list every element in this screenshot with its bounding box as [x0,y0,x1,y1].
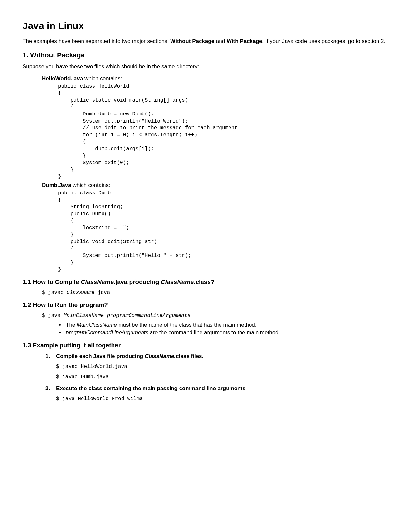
step1-it: ClassName. [145,353,176,359]
section-1-1-heading: 1.1 How to Compile ClassName.java produc… [23,278,388,286]
intro-paragraph: The examples have been separated into tw… [23,38,388,45]
code-block-helloworld: public class HelloWorld { public static … [58,83,388,181]
run-cmd-pre: $ java [42,313,64,319]
h11-mid: .java producing [114,279,161,285]
intro-bold-2: With Package [227,38,262,44]
step1-post: class files. [176,353,203,359]
run-notes-list: The MainClassName must be the name of th… [23,321,388,337]
file-2-name: Dumb.Java [42,182,71,188]
compile-cmd-it: ClassName [67,290,94,296]
file-2-label: Dumb.Java which contains: [42,182,388,189]
file-1-name: HelloWorld.java [42,75,83,82]
note1-post: must be the name of the class that has t… [117,322,257,328]
h11-pre: 1.1 How to Compile [23,279,81,285]
step1-cmd-2: $ javac Dumb.java [56,374,388,381]
step1-pre: Compile each Java file producing [56,353,145,359]
intro-text-pre: The examples have been separated into tw… [23,38,170,44]
compile-cmd-pre: $ javac [42,290,67,296]
example-steps: Compile each Java file producing ClassNa… [23,353,388,403]
run-note-1: The MainClassName must be the name of th… [64,321,388,329]
example-step-1: Compile each Java file producing ClassNa… [52,353,388,380]
note2-post: are the command line arguments to the ma… [148,330,280,336]
intro-bold-1: Without Package [170,38,214,44]
note1-it: MainClassName [77,322,117,328]
example-step-2: Execute the class containing the main pa… [52,385,388,403]
run-command: $ java MainClassName programCommandLineA… [42,312,388,320]
intro-text-post: . If your Java code uses packages, go to… [262,38,385,44]
h11-it1: ClassName [81,279,114,285]
section-1-3-heading: 1.3 Example putting it all together [23,341,388,350]
file-1-suffix: which contains: [83,75,122,82]
section-1-2-heading: 1.2 How to Run the program? [23,301,388,309]
run-note-2: programCommandLineArguments are the comm… [64,329,388,337]
step1-cmd-1: $ javac HelloWorld.java [56,363,388,370]
h11-post: class? [195,279,214,285]
note2-it: programCommandLineArguments [66,330,148,336]
note1-pre: The [66,322,77,328]
intro-text-mid: and [214,38,227,44]
file-2-suffix: which contains: [71,182,110,188]
compile-command: $ javac ClassName.java [42,290,388,297]
file-1-label: HelloWorld.java which contains: [42,75,388,83]
step2-text: Execute the class containing the main pa… [56,385,246,391]
step2-cmd: $ java HelloWorld Fred Wilma [56,396,388,403]
run-cmd-it: MainClassName programCommandLineArgument… [64,313,191,319]
code-block-dumb: public class Dumb { String locString; pu… [58,190,388,273]
h11-it2: ClassName. [161,279,196,285]
section-1-intro: Suppose you have these two files which s… [23,63,388,71]
compile-cmd-post: .java [94,290,110,296]
section-1-heading: 1. Without Package [23,51,388,60]
page-title: Java in Linux [23,19,388,33]
